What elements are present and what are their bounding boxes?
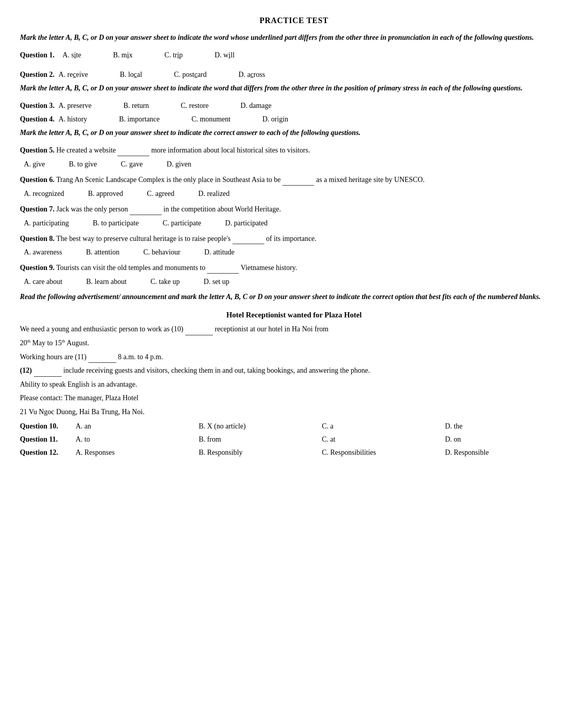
q10-optB: B. X (no article) [199,422,322,430]
q1-optD: D. will [215,49,234,61]
q1-optA: A. site [63,49,81,61]
q9-stem: Tourists can visit the old temples and m… [56,264,207,272]
q12-label: Question 12. [20,448,76,457]
q10-optA: A. an [76,422,199,430]
q8-optB: B. attention [86,248,119,256]
q6-options: A. recognized B. approved C. agreed D. r… [24,190,568,198]
q5-optC: C. gave [121,160,143,168]
ad-line3: Working hours are (11) 8 a.m. to 4 p.m. [20,351,568,363]
q9-stem2: Vietnamese history. [241,264,297,272]
q7-stem: Jack was the only person [57,205,130,213]
ad-line2: 20th May to 15th August. [20,337,568,349]
page-title: PRACTICE TEST [20,16,568,25]
instruction-1: Mark the letter A, B, C, or D on your an… [20,32,568,43]
question-9-row: Question 9. Tourists can visit the old t… [20,262,568,274]
q9-optC: C. take up [150,278,180,286]
q5-stem2: more information about local historical … [151,146,310,154]
q6-optB: B. approved [88,190,123,198]
q2-optC: C. postcard [174,69,207,80]
q9-options: A. care about B. learn about C. take up … [24,278,568,286]
ad-line5: Ability to speak English is an advantage… [20,378,568,391]
q3-optA: A. preserve [59,100,92,112]
q11-optB: B. from [199,435,322,444]
q11-optC: C. at [322,435,445,444]
question-8-row: Question 8. The best way to preserve cul… [20,233,568,245]
q7-optB: B. to participate [93,219,139,227]
q7-stem2: in the competition about World Heritage. [163,205,281,213]
question-2-row: Question 2. A. receive B. local C. postc… [20,69,568,80]
q10-optD: D. the [445,422,568,430]
q12-optB: B. Responsibly [199,448,322,457]
ad-line1: We need a young and enthusiastic person … [20,323,568,335]
question-4-row: Question 4. A. history B. importance C. … [20,113,568,125]
q8-options: A. awareness B. attention C. behaviour D… [24,248,568,256]
question-11-row: Question 11. A. to B. from C. at D. on [20,435,568,444]
q7-options: A. participating B. to participate C. pa… [24,219,568,227]
q1-label: Question 1. [20,49,55,61]
ad-line7: 21 Vu Ngoc Duong, Hai Ba Trung, Ha Noi. [20,406,568,418]
q11-label: Question 11. [20,435,76,444]
q5-stem: He created a website [57,146,118,154]
q7-blank [130,206,162,215]
q6-stem: Trang An Scenic Landscape Complex is the… [56,176,282,184]
blank-12 [34,368,62,377]
q6-blank [282,177,314,186]
q7-optC: C. participate [162,219,201,227]
q8-optD: D. attitude [204,248,234,256]
q12-optD: D. Responsible [445,448,568,457]
q12-optC: C. Responsibilities [322,448,445,457]
q6-stem2: as a mixed heritage site by UNESCO. [316,176,424,184]
q3-optB: B. return [123,100,149,112]
q1-optB: B. mix [113,49,133,61]
q5-label: Question 5. [20,146,55,154]
question-7-row: Question 7. Jack was the only person in … [20,203,568,215]
question-3-row: Question 3. A. preserve B. return C. res… [20,100,568,112]
q7-optA: A. participating [24,219,69,227]
instruction-3: Mark the letter A, B, C, or D on your an… [20,127,568,138]
q6-optD: D. realized [198,190,230,198]
q3-label: Question 3. [20,100,55,112]
q10-label: Question 10. [20,422,76,430]
q2-optB: B. local [120,69,142,80]
q11-options: A. to B. from C. at D. on [76,435,568,444]
blank-11 [88,354,116,363]
q2-optD: D. across [238,69,265,80]
q11-optA: A. to [76,435,199,444]
q7-optD: D. participated [225,219,268,227]
question-6-row: Question 6. Trang An Scenic Landscape Co… [20,174,568,186]
instruction-2: Mark the letter A, B, C, or D on your an… [20,83,568,94]
q4-optC: C. monument [191,113,231,125]
q3-optC: C. restore [181,100,209,112]
q5-optA: A. give [24,160,45,168]
q11-optD: D. on [445,435,568,444]
q12-options: A. Responses B. Responsibly C. Responsib… [76,448,568,457]
ad-line4: (12) include receiving guests and visito… [20,364,568,377]
q8-stem2: of its importance. [266,235,316,243]
q5-options: A. give B. to give C. gave D. given [24,160,568,168]
q2-label: Question 2. [20,69,55,80]
q9-optB: B. learn about [86,278,126,286]
q8-optC: C. behaviour [143,248,180,256]
q10-options: A. an B. X (no article) C. a D. the [76,422,568,430]
blank-10 [185,327,213,335]
q2-optA: A. receive [59,69,88,80]
q7-label: Question 7. [20,205,55,213]
q3-optD: D. damage [240,100,272,112]
ad-title: Hotel Receptionist wanted for Plaza Hote… [20,309,568,321]
q1-optC: C. trip [164,49,183,61]
q8-stem: The best way to preserve cultural herita… [56,235,232,243]
q4-label: Question 4. [20,113,55,125]
q5-optB: B. to give [69,160,97,168]
q10-optC: C. a [322,422,445,430]
question-1-row: Question 1. A. site B. mix C. trip D. wi… [20,49,568,67]
q4-optB: B. importance [119,113,160,125]
q9-optD: D. set up [203,278,229,286]
q4-optD: D. origin [262,113,288,125]
q6-optA: A. recognized [24,190,64,198]
q6-label: Question 6. [20,176,55,184]
instruction-4: Read the following advertisement/ announ… [20,291,568,302]
question-10-row: Question 10. A. an B. X (no article) C. … [20,422,568,430]
question-5-row: Question 5. He created a website more in… [20,145,568,156]
q6-optC: C. agreed [147,190,174,198]
q12-optA: A. Responses [76,448,199,457]
